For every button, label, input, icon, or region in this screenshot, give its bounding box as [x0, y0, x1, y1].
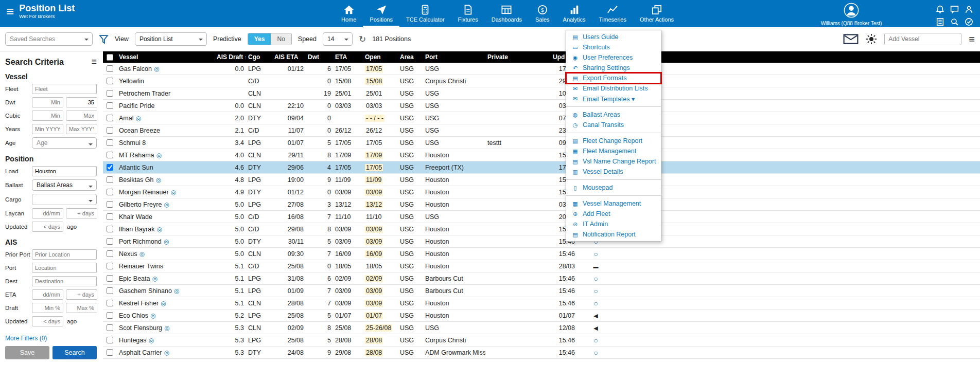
- menu-item-canal-transits[interactable]: ◷ Canal Transits: [566, 120, 661, 130]
- col-ais-eta[interactable]: AIS ETA: [272, 53, 306, 61]
- toolbar-menu-icon[interactable]: ≡: [969, 33, 975, 45]
- user-profile[interactable]: Williams (Q88 Broker Test): [813, 3, 890, 26]
- select-all-checkbox[interactable]: [107, 54, 113, 61]
- refresh-icon[interactable]: ↻: [359, 34, 366, 45]
- app-menu-icon[interactable]: ≡: [6, 5, 14, 18]
- table-row[interactable]: Asphalt Carrier◎ 5.3 DTY 24/08 9 29/08 2…: [103, 346, 980, 359]
- menu-item-shortcuts[interactable]: ▭ Shortcuts: [566, 42, 661, 52]
- load-input[interactable]: [32, 166, 97, 176]
- dwt-max-input[interactable]: [66, 97, 97, 107]
- row-checkbox[interactable]: [107, 300, 113, 306]
- table-row[interactable]: MT Rahama◎ 4.0 CLN 29/11 8 17/09 17/09 U…: [103, 149, 980, 161]
- table-row[interactable]: Atlantic Sun◎ 4.6 DTY 29/06 4 17/05 17/0…: [103, 161, 980, 174]
- table-row[interactable]: Schmui 8◎ 3.4 LPG 01/07 5 17/05 17/05 US…: [103, 137, 980, 149]
- vessel-target-icon[interactable]: ◎: [139, 250, 144, 258]
- vessel-name[interactable]: Gas Falcon: [119, 65, 152, 72]
- filter-icon[interactable]: [99, 34, 109, 44]
- row-checkbox[interactable]: [107, 226, 113, 232]
- open-date[interactable]: 17/05: [365, 65, 383, 72]
- open-date[interactable]: 15/08: [365, 78, 383, 85]
- nav-home[interactable]: Home: [335, 0, 363, 27]
- nav-positions[interactable]: Positions: [363, 0, 399, 27]
- laycan-days-input[interactable]: [66, 208, 97, 218]
- open-date[interactable]: 03/09: [365, 226, 383, 233]
- ais-eta-date-input[interactable]: [32, 289, 63, 300]
- chat-icon[interactable]: [950, 5, 959, 14]
- open-date[interactable]: 01/07: [365, 312, 383, 319]
- col-ais-draft[interactable]: AIS Draft↑: [215, 53, 246, 61]
- status-icon[interactable]: ○: [593, 275, 598, 283]
- vessel-name[interactable]: Gaschem Shinano: [119, 287, 172, 295]
- menu-item-email-distribution-lists[interactable]: ✉ Email Distribution Lists: [566, 83, 661, 94]
- vessel-name[interactable]: Amal: [119, 115, 133, 122]
- vessel-name[interactable]: Pacific Pride: [119, 102, 154, 110]
- vessel-name[interactable]: Gilberto Freyre: [119, 201, 162, 208]
- status-icon[interactable]: ○: [593, 336, 598, 344]
- laycan-date-input[interactable]: [32, 208, 63, 218]
- vessel-target-icon[interactable]: ◎: [135, 115, 141, 122]
- vessel-target-icon[interactable]: ◎: [164, 349, 169, 356]
- menu-item-mousepad[interactable]: ▯ Mousepad: [566, 182, 661, 193]
- row-checkbox[interactable]: [107, 201, 113, 208]
- predictive-yes-button[interactable]: Yes: [248, 33, 271, 45]
- open-date[interactable]: 03/09: [365, 238, 383, 245]
- open-date[interactable]: 16/09: [365, 250, 383, 258]
- dest-input[interactable]: [32, 276, 97, 286]
- vessel-name[interactable]: Huntegas: [119, 337, 147, 344]
- open-date[interactable]: 03/03: [365, 102, 383, 110]
- table-row[interactable]: Gilberto Freyre◎ 5.0 LPG 27/08 3 13/12 1…: [103, 198, 980, 211]
- table-row[interactable]: Ocean Breeze◎ 2.1 C/D 11/07 0 26/12 26/1…: [103, 124, 980, 137]
- row-checkbox[interactable]: [107, 115, 113, 121]
- row-checkbox[interactable]: [107, 337, 113, 343]
- row-checkbox[interactable]: [107, 275, 113, 282]
- vessel-target-icon[interactable]: ◎: [154, 65, 159, 72]
- open-date[interactable]: 28/08: [365, 349, 383, 356]
- search-button[interactable]: Search: [52, 346, 97, 359]
- bell-icon[interactable]: [936, 5, 944, 14]
- cubic-max-input[interactable]: [66, 111, 97, 121]
- dwt-min-input[interactable]: [32, 97, 63, 107]
- table-row[interactable]: Eco Chios◎ 5.2 LPG 25/08 5 01/07 01/07 U…: [103, 309, 980, 322]
- table-row[interactable]: Gas Falcon◎ 0.0 LPG 01/12 6 17/05 17/05 …: [103, 63, 980, 75]
- nav-fixtures[interactable]: Fixtures: [451, 0, 485, 27]
- status-icon[interactable]: ○: [593, 250, 598, 258]
- col-port[interactable]: Port: [423, 53, 485, 61]
- vessel-target-icon[interactable]: ◎: [149, 337, 154, 344]
- vessel-target-icon[interactable]: ◎: [156, 226, 162, 233]
- table-row[interactable]: Scot Flensburg◎ 5.3 CLN 02/09 8 25/08 25…: [103, 322, 980, 334]
- vessel-name[interactable]: Ocean Breeze: [119, 127, 160, 134]
- vessel-target-icon[interactable]: ◎: [161, 300, 166, 307]
- menu-item-fleet-change-report[interactable]: ▤ Fleet Change Report: [566, 136, 661, 146]
- vessel-name[interactable]: Khair Wade: [119, 213, 152, 221]
- nav-analytics[interactable]: Analytics: [556, 0, 592, 27]
- table-row[interactable]: Kestrel Fisher◎ 5.1 CLN 28/08 7 03/09 03…: [103, 297, 980, 309]
- contact-icon[interactable]: [965, 5, 973, 14]
- row-checkbox[interactable]: [107, 65, 113, 72]
- col-open[interactable]: Open: [363, 53, 398, 61]
- vessel-name[interactable]: Epic Beata: [119, 275, 150, 282]
- fleet-input[interactable]: [32, 84, 97, 94]
- check-icon[interactable]: [965, 17, 973, 26]
- open-date[interactable]: 28/08: [365, 337, 383, 344]
- brightness-icon[interactable]: [866, 33, 877, 45]
- vessel-name[interactable]: Asphalt Carrier: [119, 349, 162, 356]
- open-date[interactable]: 13/12: [365, 201, 383, 208]
- open-date[interactable]: 18/05: [365, 263, 383, 270]
- ais-port-input[interactable]: [32, 263, 97, 273]
- open-date[interactable]: 25-26/08: [365, 324, 392, 332]
- menu-item-notification-report[interactable]: ▤ Notification Report: [566, 229, 661, 240]
- nav-sales[interactable]: $ Sales: [529, 0, 556, 27]
- table-row[interactable]: Epic Beata◎ 5.1 LPG 31/08 6 02/09 02/09 …: [103, 272, 980, 285]
- vessel-target-icon[interactable]: ◎: [156, 152, 162, 159]
- ais-updated-input[interactable]: [32, 316, 63, 326]
- vessel-name[interactable]: Schmui 8: [119, 139, 146, 147]
- row-checkbox[interactable]: [107, 78, 113, 84]
- table-row[interactable]: Morgan Reinauer◎ 4.9 DTY 01/12 0 03/09 0…: [103, 186, 980, 198]
- cargo-select[interactable]: [32, 194, 97, 205]
- row-checkbox[interactable]: [107, 250, 113, 257]
- nav-timeseries[interactable]: Timeseries: [592, 0, 633, 27]
- menu-item-user-preferences[interactable]: ◉ User Preferences: [566, 52, 661, 63]
- prior-port-input[interactable]: [32, 249, 97, 260]
- status-icon[interactable]: ◀: [593, 313, 598, 319]
- menu-item-export-formats[interactable]: ▤ Export Formats: [566, 73, 661, 83]
